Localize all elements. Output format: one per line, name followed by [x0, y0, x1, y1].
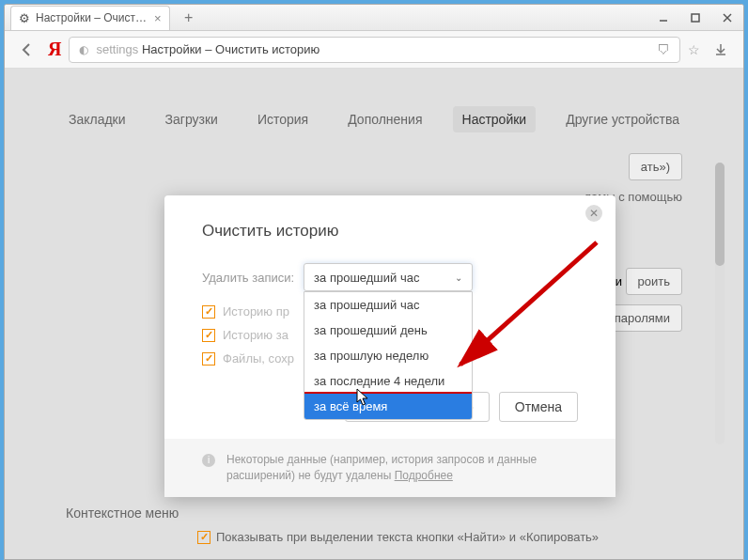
more-link[interactable]: Подробнее: [395, 469, 453, 482]
shield-icon[interactable]: ⛉: [657, 42, 670, 57]
browser-window: ⚙ Настройки – Очистить и × + Я ◐ setting…: [4, 4, 744, 560]
close-window-button[interactable]: [711, 8, 743, 28]
option-alltime[interactable]: за всё время: [304, 392, 473, 420]
option-hour[interactable]: за прошедший час: [304, 292, 472, 318]
nav-bookmarks[interactable]: Закладки: [59, 106, 135, 132]
clear-history-dialog: ✕ Очистить историю Удалить записи: за пр…: [164, 195, 616, 497]
delete-records-label: Удалить записи:: [202, 271, 294, 285]
close-tab-icon[interactable]: ×: [154, 11, 162, 25]
bg-button-1[interactable]: ать»): [629, 153, 682, 180]
info-icon: i: [202, 454, 215, 467]
footer-text: Некоторые данные (например, история запр…: [226, 452, 578, 484]
check-history[interactable]: [202, 305, 215, 319]
check-downloads-label: Историю за: [223, 328, 288, 342]
check-downloads[interactable]: [202, 329, 215, 342]
nav-other-devices[interactable]: Другие устройства: [556, 106, 689, 132]
option-week[interactable]: за прошлую неделю: [304, 343, 472, 368]
browser-tab[interactable]: ⚙ Настройки – Очистить и ×: [10, 6, 170, 30]
select-value: за прошедший час: [314, 271, 419, 285]
time-range-select[interactable]: за прошедший час ⌄: [304, 263, 473, 291]
check-history-label: Историю пр: [223, 304, 289, 319]
page-icon: ◐: [79, 43, 88, 56]
minimize-button[interactable]: [647, 8, 679, 28]
dialog-title: Очистить историю: [202, 222, 578, 241]
nav-settings[interactable]: Настройки: [453, 106, 537, 132]
nav-history[interactable]: История: [248, 106, 318, 132]
address-bar[interactable]: ◐ settings Настройки – Очистить историю …: [69, 37, 680, 63]
toolbar: Я ◐ settings Настройки – Очистить истори…: [5, 31, 743, 69]
check-cache-label: Файлы, сохр: [223, 351, 294, 366]
window-controls: [647, 8, 743, 28]
nav-downloads[interactable]: Загрузки: [156, 106, 227, 132]
time-range-dropdown: за прошедший час за прошедший день за пр…: [304, 291, 473, 420]
bg-button-2[interactable]: роить: [626, 268, 682, 295]
new-tab-button[interactable]: +: [178, 8, 200, 28]
context-checkbox-label: Показывать при выделении текста кнопки «…: [216, 530, 599, 544]
content-area: Закладки Загрузки История Дополнения Нас…: [5, 69, 743, 559]
option-day[interactable]: за прошедший день: [304, 318, 472, 343]
back-button[interactable]: [14, 37, 40, 63]
yandex-logo[interactable]: Я: [48, 39, 61, 60]
option-4weeks[interactable]: за последние 4 недели: [304, 368, 472, 394]
address-text: settings Настройки – Очистить историю: [96, 42, 319, 56]
bookmark-icon[interactable]: ☆: [688, 42, 700, 57]
cancel-button[interactable]: Отмена: [499, 392, 578, 422]
check-cache[interactable]: [202, 352, 215, 366]
svg-rect-1: [692, 14, 699, 22]
maximize-button[interactable]: [679, 8, 711, 28]
gear-icon: ⚙: [19, 11, 30, 25]
tab-title: Настройки – Очистить и: [36, 11, 148, 24]
context-menu-section: Контекстное меню Показывать при выделени…: [66, 506, 682, 552]
context-menu-title: Контекстное меню: [66, 506, 682, 521]
settings-topnav: Закладки Загрузки История Дополнения Нас…: [5, 97, 743, 142]
nav-addons[interactable]: Дополнения: [338, 106, 431, 132]
chevron-down-icon: ⌄: [455, 272, 462, 283]
dialog-close-button[interactable]: ✕: [585, 205, 602, 222]
titlebar: ⚙ Настройки – Очистить и × +: [5, 5, 743, 31]
context-checkbox[interactable]: [197, 531, 210, 544]
download-icon[interactable]: [708, 37, 734, 63]
